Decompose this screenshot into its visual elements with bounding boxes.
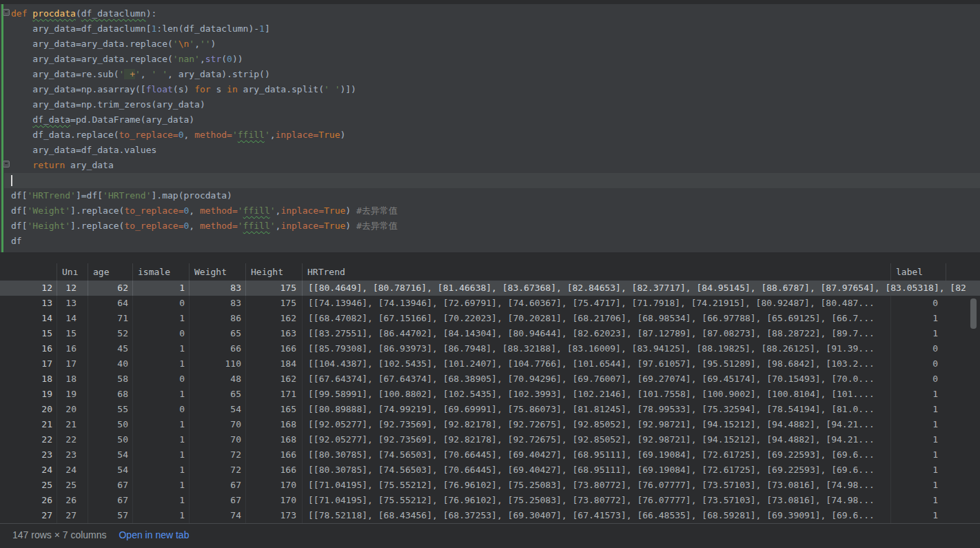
table-row-22[interactable]: 222250170168[[92.05277], [92.73569], [92… (0, 432, 980, 447)
code-line[interactable]: ary_data=re.sub(' +', ' ', ary_data).str… (4, 67, 980, 82)
cell-index: 18 (0, 372, 57, 387)
cell-height: 162 (246, 311, 303, 326)
code-token: ' (238, 221, 243, 231)
cell-unnamed: 19 (57, 387, 88, 402)
cell-unnamed: 20 (57, 402, 88, 417)
code-line[interactable]: return ary_data (4, 158, 980, 173)
fold-end-icon[interactable] (3, 161, 10, 168)
table-row-27[interactable]: 272757174173[[78.52118], [68.43456], [68… (0, 508, 980, 523)
table-row-25[interactable]: 252567167170[[71.04195], [75.55212], [76… (0, 478, 980, 493)
code-editor[interactable]: def procdata(df_dataclumn): ary_data=df_… (4, 6, 980, 249)
cell-unnamed: 27 (57, 508, 88, 523)
cell-unnamed: 14 (57, 311, 88, 326)
code-token: to_replace= (124, 221, 183, 231)
column-header-hrtrend[interactable]: HRTrend (303, 263, 891, 281)
code-token: ].replace( (70, 205, 124, 216)
code-line[interactable]: def procdata(df_dataclumn): (4, 6, 980, 21)
code-line[interactable]: df['Height'].replace(to_replace=0, metho… (4, 219, 980, 234)
cell-hrtrend: [[99.58991], [100.8802], [102.5435], [10… (303, 387, 891, 402)
column-header-height[interactable]: Height (246, 263, 303, 281)
cell-unnamed: 26 (57, 493, 88, 508)
code-line[interactable]: ary_data=ary_data.replace('\n','') (4, 37, 980, 52)
cell-hrtrend: [[78.52118], [68.43456], [68.37253], [69… (303, 508, 891, 523)
cell-unnamed: 22 (57, 432, 88, 447)
cell-age: 57 (88, 508, 133, 523)
cell-hrtrend: [[80.4649], [80.78716], [81.46638], [83.… (303, 281, 891, 296)
code-line[interactable] (4, 173, 980, 188)
code-token: 'HRTrend' (103, 190, 151, 201)
cell-weight: 74 (190, 508, 246, 523)
cell-weight: 67 (190, 478, 246, 493)
vertical-scrollbar-thumb[interactable] (970, 298, 977, 329)
code-line[interactable]: df['Weight'].replace(to_replace=0, metho… (4, 203, 980, 219)
cell-index: 23 (0, 447, 57, 463)
cell-unnamed: 16 (57, 341, 88, 356)
table-header-row: UnıageismaleWeightHeightHRTrendlabel (0, 263, 980, 281)
cell-hrtrend: [[104.4387], [102.5435], [101.2407], [10… (303, 356, 891, 372)
code-line[interactable]: df['HRTrend']=df['HRTrend'].map(procdata… (4, 188, 980, 203)
code-cell[interactable]: def procdata(df_dataclumn): ary_data=df_… (0, 4, 980, 252)
column-header-weight[interactable]: Weight (190, 263, 246, 281)
table-row-26[interactable]: 262667167170[[71.04195], [75.55212], [76… (0, 493, 980, 508)
cell-height: 166 (246, 341, 303, 356)
column-header-index[interactable] (0, 263, 57, 281)
cell-ismale: 1 (133, 432, 190, 447)
table-row-21[interactable]: 212150170168[[92.05277], [92.73569], [92… (0, 417, 980, 432)
open-in-new-tab-link[interactable]: Open in new tab (119, 529, 189, 540)
code-token: , (189, 205, 200, 216)
table-row-24[interactable]: 242454172166[[80.30785], [74.56503], [70… (0, 463, 980, 478)
cell-label: 1 (891, 387, 946, 402)
cell-label: 1 (891, 402, 946, 417)
code-line[interactable]: df_data=pd.DataFrame(ary_data) (4, 112, 980, 128)
code-line[interactable]: ary_data=ary_data.replace('nan',str(0)) (4, 52, 980, 67)
cell-label: 1 (891, 493, 946, 508)
cell-weight: 86 (190, 311, 246, 326)
table-row-18[interactable]: 181858048162[[67.64374], [67.64374], [68… (0, 372, 980, 387)
column-header-ismale[interactable]: ismale (133, 263, 190, 281)
table-row-15[interactable]: 151552065163[[83.27551], [86.44702], [84… (0, 326, 980, 341)
column-header-age[interactable]: age (88, 263, 133, 281)
code-token: ary_data=df_data.values (11, 145, 156, 155)
code-token: ary_data=ary_data.replace( (11, 54, 173, 64)
table-row-14[interactable]: 141471186162[[68.47082], [67.15166], [70… (0, 311, 980, 326)
cell-label: 0 (891, 356, 946, 372)
cell-label: 1 (891, 311, 946, 326)
code-token: for (194, 84, 210, 94)
code-token (11, 160, 32, 170)
code-line[interactable]: ary_data=df_data.values (4, 143, 980, 158)
code-token: ' (270, 205, 276, 216)
code-line[interactable]: ary_data=np.asarray([float(s) for s in a… (4, 82, 980, 97)
code-line[interactable]: df_data.replace(to_replace=0, method='ff… (4, 128, 980, 143)
table-row-12[interactable]: 121262183175[[80.4649], [80.78716], [81.… (0, 281, 980, 296)
cell-label: 1 (891, 463, 946, 478)
code-line[interactable]: ary_data=np.trim_zeros(ary_data) (4, 97, 980, 112)
code-token: ' (232, 130, 238, 140)
cell-label: 1 (891, 326, 946, 341)
code-line[interactable]: ary_data=df_dataclumn[1:len(df_dataclumn… (4, 21, 980, 37)
code-token: )) (232, 54, 243, 64)
code-token: ( (76, 8, 81, 19)
cell-age: 62 (88, 281, 133, 296)
cell-hrtrend: [[80.89888], [74.99219], [69.69991], [75… (303, 402, 891, 417)
table-row-23[interactable]: 232354172166[[80.30785], [74.56503], [70… (0, 447, 980, 463)
code-token: in (227, 84, 238, 94)
table-row-17[interactable]: 1717401110184[[104.4387], [102.5435], [1… (0, 356, 980, 372)
table-row-20[interactable]: 202055054165[[80.89888], [74.99219], [69… (0, 402, 980, 417)
fold-start-icon[interactable] (3, 9, 10, 16)
table-row-13[interactable]: 131364083175[[74.13946], [74.13946], [72… (0, 296, 980, 311)
cell-ismale: 1 (133, 463, 190, 478)
column-header-unnamed[interactable]: Unı (57, 263, 88, 281)
cell-index: 26 (0, 493, 57, 508)
cell-index: 27 (0, 508, 57, 523)
cell-unnamed: 24 (57, 463, 88, 478)
code-token: :len(df_dataclumn)- (156, 23, 259, 34)
column-header-label[interactable]: label (891, 263, 946, 281)
table-row-19[interactable]: 191968165171[[99.58991], [100.8802], [10… (0, 387, 980, 402)
table-row-16[interactable]: 161645166166[[85.79308], [86.93973], [86… (0, 341, 980, 356)
cell-ismale: 1 (133, 447, 190, 463)
code-token: ffill (243, 221, 270, 231)
code-line[interactable]: df (4, 234, 980, 249)
cell-unnamed: 23 (57, 447, 88, 463)
cell-ismale: 1 (133, 341, 190, 356)
cell-hrtrend: [[83.27551], [86.44702], [84.14304], [80… (303, 326, 891, 341)
